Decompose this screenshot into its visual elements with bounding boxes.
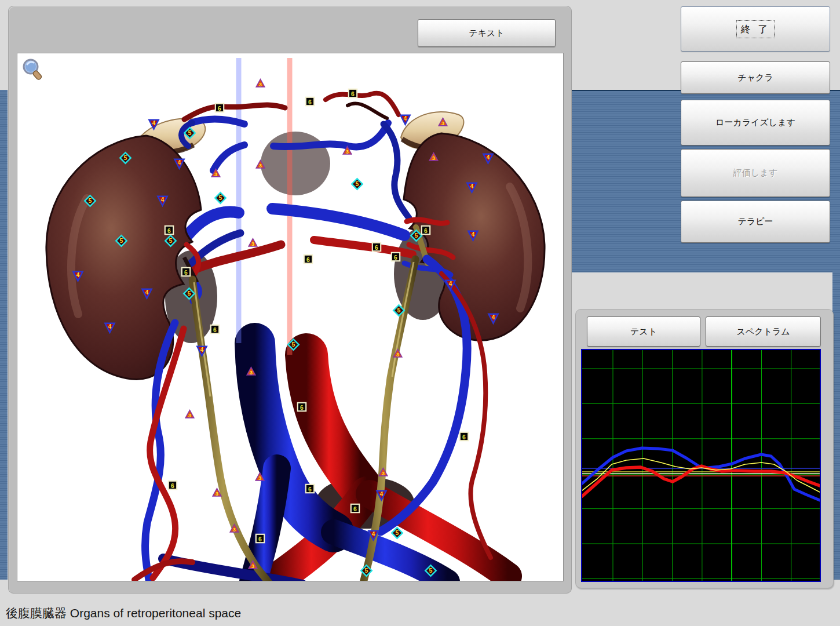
magnifier-icon[interactable]: [22, 58, 44, 83]
anatomy-illustration: [17, 53, 563, 581]
anatomy-image[interactable]: 3333333333333334444444444444445555555555…: [17, 53, 564, 581]
test-button[interactable]: テスト: [587, 316, 700, 347]
spectrum-button[interactable]: スペクトラム: [706, 316, 821, 347]
status-bar: 後腹膜臓器 Organs of retroperitoneal space: [0, 592, 840, 626]
spectrum-panel: テスト スペクトラム: [575, 309, 834, 588]
chakra-button[interactable]: チャクラ: [681, 61, 830, 94]
localize-button[interactable]: ローカライズします: [681, 100, 830, 145]
text-button[interactable]: テキスト: [418, 19, 556, 47]
exit-button[interactable]: 終 了: [681, 6, 830, 52]
therapy-button[interactable]: テラピー: [681, 201, 830, 243]
organ-title: 後腹膜臓器 Organs of retroperitoneal space: [6, 605, 241, 621]
anatomy-panel: テキスト: [8, 6, 572, 594]
evaluate-button: 評価します: [681, 149, 830, 197]
spectrum-graph: [581, 349, 821, 582]
background-blue-strip-left: [0, 90, 8, 580]
